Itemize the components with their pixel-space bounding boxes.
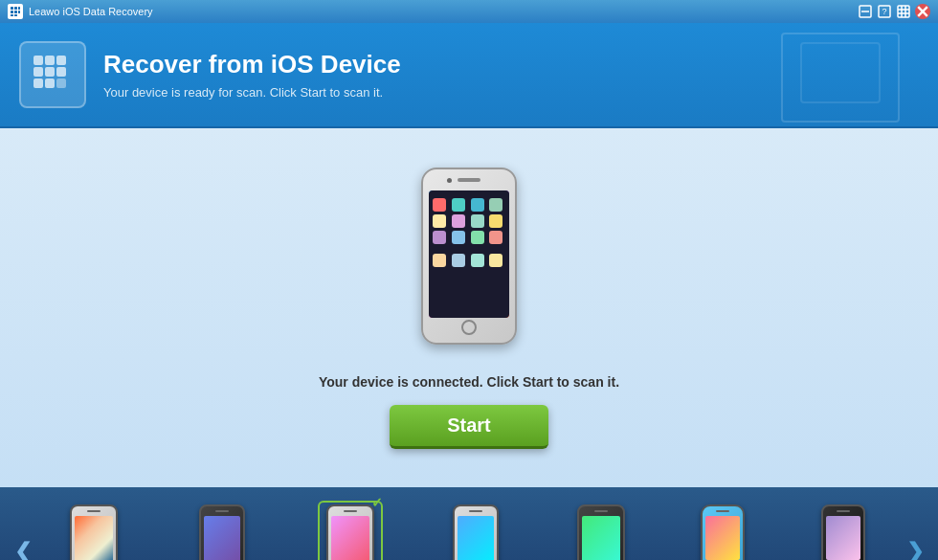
svg-rect-23 bbox=[45, 67, 55, 77]
device-item-iphone-6s[interactable]: iPhone 6s bbox=[318, 501, 383, 561]
device-phone-iphone-5s bbox=[815, 504, 872, 561]
carousel-right-arrow[interactable]: ❯ bbox=[902, 532, 928, 561]
device-item-iphone-se[interactable]: iPhone SE bbox=[61, 501, 126, 561]
svg-rect-4 bbox=[14, 11, 17, 13]
header-text: Recover from iOS Device Your device is r… bbox=[103, 50, 401, 100]
svg-rect-7 bbox=[14, 14, 17, 16]
svg-rect-3 bbox=[11, 11, 13, 13]
svg-rect-25 bbox=[34, 78, 43, 88]
minimize-button[interactable] bbox=[858, 4, 873, 19]
svg-rect-6 bbox=[11, 14, 13, 16]
start-button[interactable]: Start bbox=[390, 405, 548, 449]
header-icon bbox=[19, 41, 86, 108]
device-phone-iphone-se bbox=[65, 504, 123, 561]
phone-body bbox=[421, 168, 517, 345]
device-phone-iphone-6 bbox=[572, 504, 630, 561]
close-button[interactable] bbox=[915, 4, 930, 19]
device-items: iPhone SE iPhone 6s Plus i bbox=[38, 501, 900, 561]
window-controls[interactable]: ? bbox=[858, 4, 930, 19]
device-item-iphone-5s[interactable]: iPhone 5S bbox=[811, 501, 876, 561]
header-subtitle: Your device is ready for scan. Click Sta… bbox=[103, 85, 401, 100]
svg-rect-12 bbox=[898, 6, 909, 17]
device-item-iphone-5c[interactable]: iPhone 5C bbox=[690, 501, 755, 561]
device-item-iphone-6-plus[interactable]: iPhone 6 Plus bbox=[439, 501, 512, 561]
device-phone-iphone-6s-plus bbox=[193, 504, 251, 561]
main-content: Your device is connected. Click Start to… bbox=[0, 128, 938, 487]
device-phone-iphone-6-plus bbox=[447, 504, 504, 561]
app-title: Leawo iOS Data Recovery bbox=[29, 6, 153, 17]
device-item-iphone-6s-plus[interactable]: iPhone 6s Plus bbox=[183, 501, 260, 561]
svg-rect-27 bbox=[56, 78, 66, 88]
phone-camera bbox=[447, 178, 452, 183]
svg-rect-26 bbox=[45, 78, 55, 88]
svg-text:?: ? bbox=[882, 7, 886, 16]
device-item-iphone-6[interactable]: iPhone 6 bbox=[569, 501, 634, 561]
phone-home-button bbox=[461, 320, 477, 335]
svg-rect-1 bbox=[14, 7, 17, 10]
title-bar-left: Leawo iOS Data Recovery bbox=[8, 4, 153, 19]
carousel-left-arrow[interactable]: ❮ bbox=[10, 532, 36, 561]
svg-rect-21 bbox=[56, 56, 66, 65]
phone-speaker bbox=[458, 178, 480, 182]
svg-rect-2 bbox=[18, 7, 20, 10]
phone-screen bbox=[429, 190, 509, 318]
svg-rect-24 bbox=[56, 67, 66, 77]
phone-display bbox=[412, 168, 526, 359]
svg-rect-19 bbox=[34, 56, 43, 65]
header-title: Recover from iOS Device bbox=[103, 50, 401, 79]
svg-rect-20 bbox=[45, 56, 55, 65]
svg-rect-22 bbox=[34, 67, 43, 77]
svg-rect-5 bbox=[18, 11, 20, 13]
device-phone-iphone-5c bbox=[694, 504, 751, 561]
header: Recover from iOS Device Your device is r… bbox=[0, 23, 938, 128]
device-carousel: ❮ iPhone SE iPhone 6s Plus bbox=[0, 487, 938, 560]
help-button[interactable]: ? bbox=[877, 4, 892, 19]
status-text: Your device is connected. Click Start to… bbox=[319, 374, 619, 390]
svg-rect-0 bbox=[11, 7, 13, 10]
device-phone-iphone-6s bbox=[322, 504, 379, 561]
app-logo bbox=[8, 4, 23, 19]
grid-button[interactable] bbox=[896, 4, 911, 19]
title-bar: Leawo iOS Data Recovery ? bbox=[0, 0, 938, 23]
